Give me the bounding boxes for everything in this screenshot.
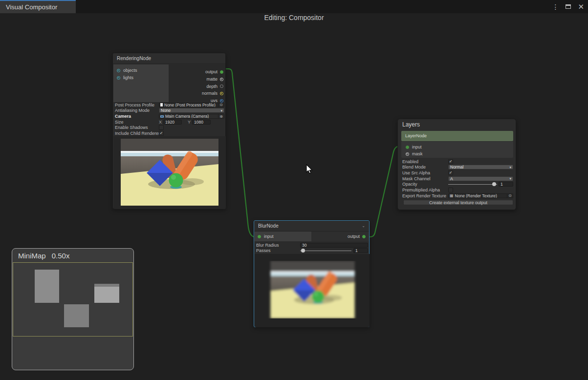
layer-node-row[interactable]: LayerNode bbox=[401, 131, 513, 141]
output-port-icon[interactable] bbox=[220, 70, 223, 74]
object-picker-icon[interactable]: ⊙ bbox=[507, 193, 512, 198]
post-process-profile-label: Post Process Profile bbox=[115, 103, 159, 107]
blend-mode-row: Blend Mode Normal ▾ bbox=[402, 165, 513, 170]
passes-row: Passes 1 bbox=[256, 248, 368, 254]
antialiasing-mode-value: None bbox=[161, 108, 171, 113]
passes-slider-knob[interactable] bbox=[301, 249, 305, 253]
blur-input-port-icon[interactable] bbox=[258, 235, 261, 238]
minimap-title-text: MiniMap bbox=[18, 252, 46, 260]
matte-port-icon[interactable] bbox=[220, 78, 223, 81]
mask-channel-dropdown[interactable]: A ▾ bbox=[448, 176, 513, 181]
port-objects-label: objects bbox=[123, 68, 137, 73]
size-row: Size X 1920 Y 1080 bbox=[115, 119, 224, 125]
opacity-input[interactable]: 1 bbox=[499, 182, 513, 187]
antialiasing-mode-dropdown[interactable]: None ▾ bbox=[159, 108, 224, 113]
port-output[interactable]: output bbox=[205, 69, 223, 74]
blur-node[interactable]: BlurNode ⌄ input output Blur Radius 30 P… bbox=[254, 220, 370, 327]
use-src-alpha-checkbox[interactable]: ✓ bbox=[448, 170, 453, 175]
opacity-row: Opacity 1 bbox=[402, 182, 513, 188]
blur-radius-label: Blur Radius bbox=[256, 243, 300, 248]
passes-value: 1 bbox=[355, 248, 358, 253]
passes-label: Passes bbox=[256, 248, 300, 253]
enabled-checkbox[interactable]: ✓ bbox=[448, 159, 453, 164]
mask-channel-row: Mask Channel A ▾ bbox=[402, 176, 513, 182]
camera-icon bbox=[160, 115, 164, 118]
export-render-texture-value: None (Render Texture) bbox=[455, 193, 497, 198]
menu-kebab-icon[interactable]: ⋮ bbox=[552, 3, 559, 10]
object-picker-icon[interactable]: ⊙ bbox=[218, 103, 223, 107]
maximize-icon[interactable] bbox=[566, 4, 571, 9]
enable-shadows-checkbox[interactable] bbox=[159, 125, 164, 130]
opacity-slider-knob[interactable] bbox=[492, 182, 496, 186]
premultiplied-alpha-checkbox[interactable] bbox=[448, 188, 453, 192]
blur-node-header[interactable]: BlurNode ⌄ bbox=[254, 221, 369, 232]
rendering-node-header[interactable]: RenderingNode bbox=[113, 53, 225, 64]
close-icon[interactable]: ✕ bbox=[578, 3, 584, 10]
use-src-alpha-row: Use Src Alpha ✓ bbox=[402, 170, 513, 176]
blur-node-properties: Blur Radius 30 Passes 1 bbox=[256, 242, 368, 253]
camera-label: Camera bbox=[115, 114, 159, 119]
port-objects[interactable]: objects bbox=[117, 68, 137, 73]
blur-radius-input[interactable]: 30 bbox=[300, 243, 368, 248]
include-child-renderers-checkbox[interactable]: ✓ bbox=[159, 131, 164, 136]
minimap-rendering-node-rect[interactable] bbox=[35, 270, 59, 303]
window-controls: ⋮ ✕ bbox=[552, 0, 584, 13]
depth-port-icon[interactable] bbox=[220, 84, 223, 88]
blur-output-label: output bbox=[348, 234, 360, 239]
camera-row: Camera Main Camera (Camera) ⊕ bbox=[115, 113, 224, 119]
normals-port-icon[interactable] bbox=[220, 92, 223, 95]
blurred-scene-image bbox=[264, 261, 361, 318]
edge-rendering-output-to-blur-input[interactable] bbox=[224, 69, 258, 237]
layers-panel[interactable]: Layers LayerNode input mask Enabled ✓ Bl… bbox=[397, 119, 516, 210]
mouse-cursor bbox=[306, 164, 314, 175]
blur-node-preview bbox=[255, 254, 370, 327]
layer-input-port[interactable]: input bbox=[406, 145, 422, 149]
rendering-node[interactable]: RenderingNode objects lights output matt… bbox=[112, 53, 226, 209]
collapse-chevron-icon[interactable]: ⌄ bbox=[362, 221, 365, 232]
layer-mask-port[interactable]: mask bbox=[406, 151, 423, 156]
check-icon: ✓ bbox=[449, 171, 453, 175]
enable-shadows-label: Enable Shadows bbox=[115, 125, 159, 130]
port-depth[interactable]: depth bbox=[206, 84, 223, 89]
minimap-layer-node-rect[interactable] bbox=[94, 284, 119, 303]
object-target-picker-icon[interactable]: ⊕ bbox=[218, 114, 223, 119]
blend-mode-dropdown[interactable]: Normal ▾ bbox=[448, 165, 513, 169]
mask-channel-label: Mask Channel bbox=[402, 176, 448, 181]
camera-field[interactable]: Main Camera (Camera) ⊕ bbox=[159, 114, 224, 119]
layer-input-port-icon[interactable] bbox=[406, 146, 409, 149]
antialiasing-mode-row: Antialiasing Mode None ▾ bbox=[115, 108, 224, 114]
tab-title: Visual Compositor bbox=[6, 3, 57, 11]
lights-port-icon[interactable] bbox=[117, 76, 120, 80]
chevron-down-icon: ▾ bbox=[220, 109, 222, 112]
minimap-blur-node-rect[interactable] bbox=[64, 304, 89, 327]
port-lights[interactable]: lights bbox=[117, 75, 133, 80]
minimap-panel[interactable]: MiniMap 0.50x bbox=[12, 248, 134, 370]
opacity-slider[interactable] bbox=[448, 182, 497, 187]
port-matte[interactable]: matte bbox=[206, 77, 223, 82]
render-texture-icon: ▦ bbox=[450, 194, 454, 198]
blur-input-port[interactable]: input bbox=[255, 232, 311, 241]
size-label: Size bbox=[115, 120, 159, 125]
tab-visual-compositor[interactable]: Visual Compositor bbox=[0, 0, 76, 13]
blend-mode-label: Blend Mode bbox=[402, 165, 448, 169]
blur-output-port[interactable]: output bbox=[312, 232, 369, 241]
port-normals[interactable]: normals bbox=[202, 91, 223, 96]
post-process-profile-field[interactable]: None (Post Process Profile) ⊙ bbox=[159, 103, 224, 107]
export-render-texture-field[interactable]: ▦ None (Render Texture) ⊙ bbox=[448, 193, 513, 198]
port-depth-label: depth bbox=[206, 84, 218, 89]
rendered-scene-image bbox=[121, 139, 218, 206]
rendering-node-title: RenderingNode bbox=[117, 56, 151, 61]
export-render-texture-row: Export Render Texture ▦ None (Render Tex… bbox=[402, 193, 513, 199]
passes-slider[interactable] bbox=[300, 248, 351, 253]
premultiplied-alpha-row: Premultiplied Alpha bbox=[402, 187, 513, 193]
check-icon: ✓ bbox=[449, 160, 453, 164]
blur-output-port-icon[interactable] bbox=[362, 235, 366, 238]
blend-mode-value: Normal bbox=[450, 165, 463, 169]
objects-port-icon[interactable] bbox=[117, 69, 120, 72]
rendering-node-preview bbox=[113, 136, 226, 209]
size-y-input[interactable]: 1080 bbox=[192, 120, 211, 125]
layer-mask-port-icon[interactable] bbox=[406, 152, 409, 156]
passes-input[interactable]: 1 bbox=[353, 248, 368, 253]
size-x-input[interactable]: 1920 bbox=[163, 120, 182, 125]
create-external-texture-output-button[interactable]: Create external texture output bbox=[403, 200, 513, 205]
